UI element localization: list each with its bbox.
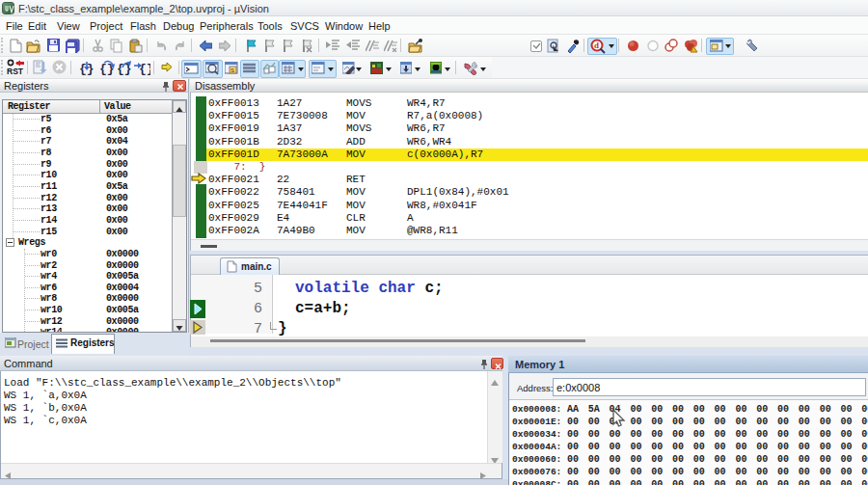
svg-text:d: d: [594, 40, 599, 50]
svg-text:RST: RST: [7, 67, 24, 76]
svg-text:S: S: [231, 67, 234, 73]
svg-text:{}: {}: [139, 62, 150, 75]
